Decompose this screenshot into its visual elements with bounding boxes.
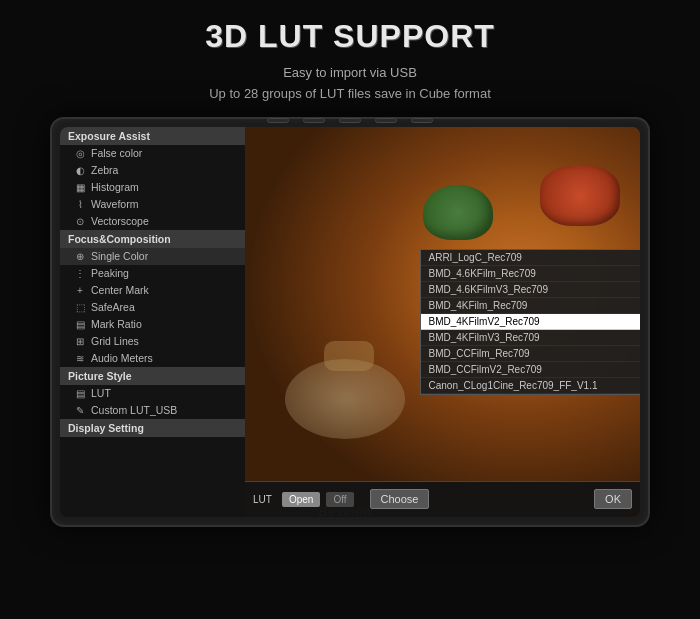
lut-label: LUT [253,494,272,505]
custom-lut-icon: ✎ [74,405,86,416]
ok-button[interactable]: OK [594,489,632,509]
lut-list-item[interactable]: BMD_CCFilmV2_Rec709 [421,362,641,378]
false-color-icon: ◎ [74,148,86,159]
lut-list-item[interactable]: BMD_4.6KFilmV3_Rec709 [421,282,641,298]
waveform-icon: ⌇ [74,199,86,210]
menu-item-label: False color [91,147,142,159]
menu-item-label: Vectorscope [91,215,149,227]
subtitle-line1: Easy to import via USB [209,63,491,84]
menu-item-histogram[interactable]: ▦ Histogram [60,179,245,196]
menu-item-zebra[interactable]: ◐ Zebra [60,162,245,179]
food-area: ARRI_LogC_Rec709 BMD_4.6KFilm_Rec709 BMD… [245,127,640,517]
lut-list-item[interactable]: Canon_CLog1Cine_Rec709_FF_V1.1 [421,378,641,394]
lut-off-button[interactable]: Off [326,492,353,507]
food-crab [540,166,620,226]
menu-panel: Exposure Assist ◎ False color ◐ Zebra ▦ … [60,127,245,517]
menu-item-center-mark[interactable]: + Center Mark [60,282,245,299]
single-color-icon: ⊕ [74,251,86,262]
zebra-icon: ◐ [74,165,86,176]
menu-item-label: SafeArea [91,301,135,313]
lut-open-button[interactable]: Open [282,492,320,507]
monitor: Exposure Assist ◎ False color ◐ Zebra ▦ … [50,117,650,527]
menu-item-label: Grid Lines [91,335,139,347]
page-title: 3D LUT SUPPORT [0,18,700,55]
section-display-setting: Display Setting [60,419,245,437]
food-decoration [324,341,374,371]
monitor-top-buttons [267,118,433,123]
menu-item-audio-meters[interactable]: ≋ Audio Meters [60,350,245,367]
subtitle-line2: Up to 28 groups of LUT files save in Cub… [209,84,491,105]
lut-list-item-selected[interactable]: BMD_4KFilmV2_Rec709 [421,314,641,330]
menu-item-safe-area[interactable]: ⬚ SafeArea [60,299,245,316]
menu-item-lut[interactable]: ▤ LUT [60,385,245,402]
menu-item-single-color[interactable]: ⊕ Single Color [60,248,245,265]
monitor-btn-4[interactable] [375,118,397,123]
menu-item-false-color[interactable]: ◎ False color [60,145,245,162]
menu-item-peaking[interactable]: ⋮ Peaking [60,265,245,282]
histogram-icon: ▦ [74,182,86,193]
monitor-screen: Exposure Assist ◎ False color ◐ Zebra ▦ … [60,127,640,517]
menu-item-waveform[interactable]: ⌇ Waveform [60,196,245,213]
menu-item-label: Waveform [91,198,138,210]
monitor-btn-5[interactable] [411,118,433,123]
menu-item-label: Single Color [91,250,148,262]
grid-lines-icon: ⊞ [74,336,86,347]
choose-button[interactable]: Choose [370,489,430,509]
lut-bottom-bar: LUT Open Off Choose OK [245,481,640,517]
monitor-btn-3[interactable] [339,118,361,123]
lut-list-item[interactable]: BMD_4.6KFilm_Rec709 [421,266,641,282]
monitor-btn-2[interactable] [303,118,325,123]
audio-meters-icon: ≋ [74,353,86,364]
section-focus-composition: Focus&Composition [60,230,245,248]
menu-item-label: Audio Meters [91,352,153,364]
menu-item-custom-lut-usb[interactable]: ✎ Custom LUT_USB [60,402,245,419]
menu-item-label: Histogram [91,181,139,193]
menu-item-label: Zebra [91,164,118,176]
menu-item-mark-ratio[interactable]: ▤ Mark Ratio [60,316,245,333]
section-exposure-assist: Exposure Assist [60,127,245,145]
menu-item-label: Peaking [91,267,129,279]
food-broccoli [423,185,493,240]
safe-area-icon: ⬚ [74,302,86,313]
center-mark-icon: + [74,285,86,296]
menu-item-label: LUT [91,387,111,399]
mark-ratio-icon: ▤ [74,319,86,330]
menu-item-vectorscope[interactable]: ⊙ Vectorscope [60,213,245,230]
menu-item-label: Custom LUT_USB [91,404,177,416]
subtitle: Easy to import via USB Up to 28 groups o… [209,63,491,105]
lut-overlay: ARRI_LogC_Rec709 BMD_4.6KFilm_Rec709 BMD… [420,249,641,395]
lut-list-item[interactable]: BMD_4KFilmV3_Rec709 [421,330,641,346]
section-picture-style: Picture Style [60,367,245,385]
lut-list-item[interactable]: ARRI_LogC_Rec709 [421,250,641,266]
vectorscope-icon: ⊙ [74,216,86,227]
page-header: 3D LUT SUPPORT [0,0,700,63]
monitor-btn-1[interactable] [267,118,289,123]
lut-list-item[interactable]: BMD_CCFilm_Rec709 [421,346,641,362]
lut-list-item[interactable]: BMD_4KFilm_Rec709 [421,298,641,314]
peaking-icon: ⋮ [74,268,86,279]
menu-item-label: Center Mark [91,284,149,296]
menu-item-grid-lines[interactable]: ⊞ Grid Lines [60,333,245,350]
menu-item-label: Mark Ratio [91,318,142,330]
lut-icon: ▤ [74,388,86,399]
